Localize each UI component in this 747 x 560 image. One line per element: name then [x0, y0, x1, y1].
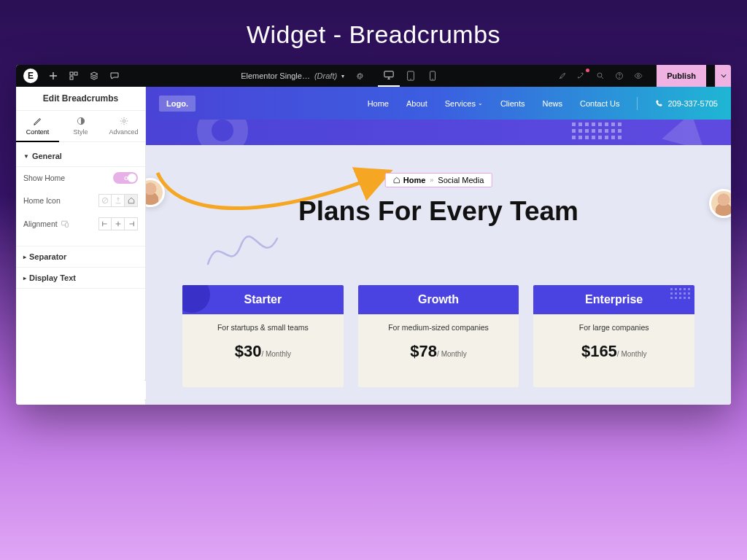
- nav-about[interactable]: About: [406, 99, 427, 108]
- field-label: Home Icon: [23, 196, 61, 205]
- breadcrumb-separator: »: [430, 176, 433, 184]
- section-label: Display Text: [29, 273, 76, 282]
- elementor-logo-icon[interactable]: E: [23, 69, 38, 83]
- tab-style[interactable]: Style: [59, 111, 102, 146]
- plan-price: $165/ Monthly: [541, 342, 687, 361]
- document-status: (Draft): [314, 71, 337, 80]
- align-right-button[interactable]: [125, 217, 138, 230]
- section-display-text[interactable]: ▸ Display Text: [16, 268, 145, 289]
- svg-point-7: [432, 79, 433, 79]
- icon-none-button[interactable]: [98, 194, 112, 207]
- page-title: Widget - Breadcrumbs: [247, 20, 500, 49]
- document-title[interactable]: Elementor Single… (Draft) ▾: [241, 71, 344, 80]
- pencil-icon: [33, 116, 43, 126]
- avatar-right: [709, 189, 731, 218]
- nav-contact[interactable]: Contact Us: [580, 99, 619, 108]
- field-label: Show Home: [23, 174, 65, 182]
- chevron-down-icon: ⌄: [478, 100, 483, 106]
- tab-label: Style: [73, 128, 88, 136]
- field-label: Alignment: [23, 219, 58, 228]
- svg-point-13: [123, 120, 125, 122]
- site-header: Logo. Home About Services ⌄ Clients News…: [146, 87, 731, 120]
- caret-down-icon: ▼: [23, 153, 29, 160]
- nav-services[interactable]: Services ⌄: [445, 99, 483, 108]
- breadcrumb-home: Home: [403, 176, 426, 184]
- section-label: Separator: [29, 252, 66, 261]
- comment-icon[interactable]: [109, 71, 120, 81]
- chevron-down-icon: ▾: [341, 73, 344, 79]
- responsive-icon[interactable]: [61, 220, 69, 228]
- tab-content[interactable]: Content: [16, 111, 59, 146]
- publish-dropdown-icon[interactable]: [715, 65, 731, 87]
- tab-advanced[interactable]: Advanced: [102, 111, 145, 146]
- device-mobile-icon[interactable]: [422, 65, 444, 87]
- plan-name: Growth: [358, 285, 519, 314]
- contrast-icon: [76, 116, 86, 126]
- panel-title: Edit Breadcrumbs: [16, 87, 145, 111]
- svg-rect-16: [65, 223, 68, 228]
- phone-number: 209-337-5705: [667, 99, 718, 108]
- section-separator[interactable]: ▸ Separator: [16, 246, 145, 268]
- phone-icon: [655, 99, 663, 107]
- field-show-home: Show Home On: [16, 167, 145, 189]
- settings-gear-icon[interactable]: [355, 71, 365, 81]
- show-home-toggle[interactable]: On: [113, 172, 138, 184]
- nav-divider: [637, 97, 638, 110]
- home-icon: [393, 176, 400, 184]
- layers-icon[interactable]: [89, 71, 99, 81]
- help-icon[interactable]: [614, 71, 624, 81]
- device-tablet-icon[interactable]: [400, 65, 422, 87]
- field-alignment: Alignment: [16, 212, 145, 236]
- svg-point-8: [597, 73, 602, 77]
- preview-eye-icon[interactable]: [633, 71, 643, 81]
- structure-icon[interactable]: [69, 71, 79, 81]
- plan-desc: For large companies: [541, 323, 687, 332]
- connect-icon[interactable]: [576, 71, 587, 81]
- plan-name: Starter: [182, 285, 344, 314]
- section-general[interactable]: ▼ General: [16, 146, 145, 167]
- pricing-row: Starter For startups & small teams $30/ …: [182, 285, 694, 387]
- svg-point-10: [619, 77, 620, 78]
- breadcrumb-current: Social Media: [438, 176, 484, 184]
- plans-heading: Plans For Every Team: [298, 196, 578, 227]
- site-logo[interactable]: Logo.: [159, 96, 196, 112]
- svg-rect-0: [70, 72, 73, 75]
- align-center-button[interactable]: [112, 217, 125, 230]
- plan-enterprise[interactable]: Enterprise For large companies $165/ Mon…: [533, 285, 694, 387]
- caret-right-icon: ▸: [23, 254, 26, 260]
- plan-starter[interactable]: Starter For startups & small teams $30/ …: [182, 285, 344, 387]
- svg-point-5: [410, 79, 411, 79]
- icon-upload-button[interactable]: [112, 194, 125, 207]
- plan-growth[interactable]: Growth For medium-sized companies $78/ M…: [358, 285, 519, 387]
- nav-news[interactable]: News: [543, 99, 563, 108]
- rocket-icon[interactable]: [557, 71, 568, 81]
- field-home-icon: Home Icon: [16, 189, 145, 212]
- preview-canvas: Logo. Home About Services ⌄ Clients News…: [146, 87, 731, 405]
- tab-label: Advanced: [109, 128, 138, 136]
- svg-rect-3: [384, 71, 393, 77]
- svg-rect-2: [70, 77, 73, 79]
- icon-library-button[interactable]: [125, 194, 138, 207]
- publish-button[interactable]: Publish: [657, 65, 706, 87]
- add-icon[interactable]: [48, 71, 58, 81]
- svg-point-11: [638, 75, 640, 77]
- nav-clients[interactable]: Clients: [500, 99, 525, 108]
- nav-home[interactable]: Home: [368, 99, 389, 108]
- plan-price: $78/ Monthly: [365, 342, 512, 361]
- sidebar-panel: Edit Breadcrumbs Content Style: [16, 87, 146, 405]
- nav-label: Services: [445, 99, 476, 108]
- device-desktop-icon[interactable]: [378, 65, 400, 87]
- align-left-button[interactable]: [98, 217, 112, 230]
- sidebar-tabs: Content Style Advanced: [16, 111, 145, 146]
- phone-link[interactable]: 209-337-5705: [655, 99, 718, 108]
- breadcrumb-widget[interactable]: Home » Social Media: [385, 173, 492, 187]
- plan-price: $30/ Monthly: [190, 342, 336, 361]
- plan-desc: For medium-sized companies: [365, 323, 512, 332]
- tab-label: Content: [26, 128, 50, 136]
- caret-right-icon: ▸: [23, 275, 26, 281]
- svg-rect-1: [74, 72, 77, 75]
- topbar: E Elementor Single… (Draft) ▾: [16, 65, 731, 87]
- search-icon[interactable]: [595, 71, 605, 81]
- toggle-value: On: [124, 176, 131, 181]
- avatar-left: [146, 178, 165, 207]
